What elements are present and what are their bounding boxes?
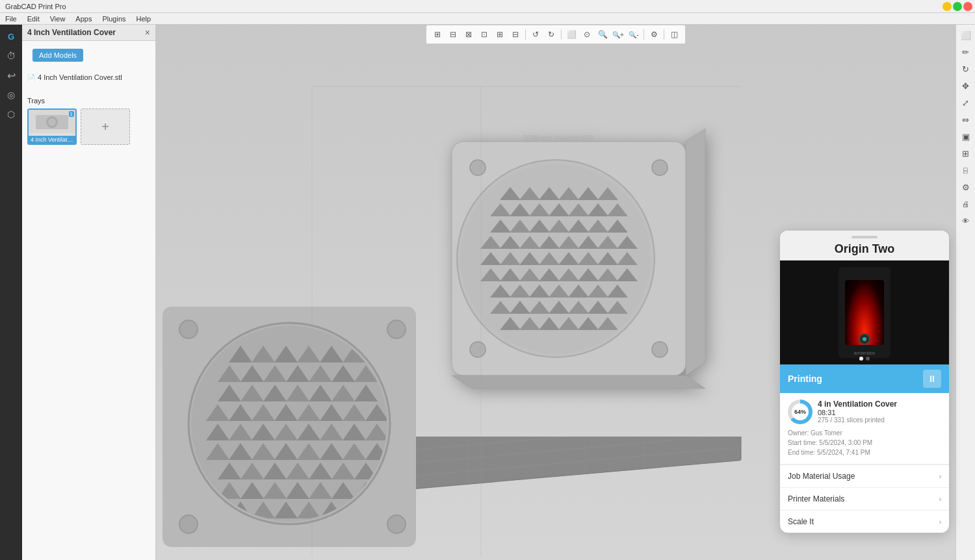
toolbar-zoom-in[interactable]: 🔍+ [611,27,625,42]
r-support-icon[interactable]: ⌸ [958,162,974,178]
r-pencil-icon[interactable]: ✏ [958,44,974,60]
end-label: End time: [788,449,817,456]
r-move-icon[interactable]: ✥ [958,78,974,94]
menu-plugins[interactable]: Plugins [97,15,131,23]
trays-label: Trays [27,97,150,105]
menu-view[interactable]: View [45,15,71,23]
svg-text:50Micron Weather100: 50Micron Weather100 [523,134,593,142]
svg-marker-78 [686,129,705,375]
printer-image: amberlabs [838,267,890,358]
toolbar-snap[interactable]: ⊞ [430,27,445,42]
svg-point-95 [387,320,406,338]
toolbar-redo[interactable]: ↻ [544,27,558,42]
toolbar-sep4 [664,29,664,40]
menu-apps[interactable]: Apps [70,15,97,23]
svg-point-94 [179,320,198,338]
sidebar-logo[interactable]: G [2,27,20,45]
window-controls [942,2,975,11]
carousel-dot-2[interactable] [866,357,870,361]
right-sidebar: ⬜ ✏ ↻ ✥ ⤢ ⇔ ▣ ⊞ ⌸ ⚙ 🖨 👁 [956,25,975,560]
toolbar-align2[interactable]: ⊠ [462,27,476,42]
printer-knob-led [863,337,866,341]
printer-panel: Origin Two amberlabs Printing ⏸ 64% [780,231,949,533]
add-models-button[interactable]: Add Models [32,49,83,62]
owner-value: Gus Tomer [811,429,842,437]
print-time: 08:31 [818,409,941,416]
toolbar-layout[interactable]: ◫ [667,27,681,42]
file-item[interactable]: 📄 4 Inch Ventilation Cover.stl [27,72,150,83]
toolbar-arrange[interactable]: ⊞ [493,27,507,42]
svg-point-96 [179,515,198,533]
file-tree: 📄 4 Inch Ventilation Cover.stl [22,70,155,85]
tray-preview-svg [32,112,72,131]
sidebar-recent[interactable]: ⏱ [2,47,20,65]
toolbar-frame[interactable]: ⬜ [564,27,578,42]
print-job-name: 4 in Ventilation Cover [818,400,941,409]
job-material-label: Job Material Usage [788,472,855,481]
svg-point-4 [470,160,486,175]
r-mirror-icon[interactable]: ⇔ [958,112,974,127]
toolbar-undo[interactable]: ↺ [528,27,543,42]
menu-edit[interactable]: Edit [22,15,45,23]
toolbar-grid[interactable]: ⊟ [446,27,460,42]
maximize-button[interactable] [953,2,962,11]
progress-pct: 64% [794,409,806,415]
titlebar: GrabCAD Print Pro [0,0,975,13]
sidebar-network[interactable]: ◎ [2,86,20,104]
svg-point-97 [387,515,406,533]
svg-point-2 [48,118,56,126]
sidebar-history[interactable]: ↩ [2,66,20,84]
r-scale-icon[interactable]: ⤢ [958,95,974,110]
progress-circle: 64% [788,400,812,424]
start-label: Start time: [788,439,819,446]
menubar: File Edit View Apps Plugins Help [0,13,975,25]
svg-point-6 [470,342,486,357]
carousel-dot-1[interactable] [859,357,863,361]
svg-marker-79 [452,375,705,388]
file-panel: 4 Inch Ventilation Cover × Add Models 📄 … [22,25,156,560]
job-material-section[interactable]: Job Material Usage › [780,465,949,487]
scale-it-label: Scale It [788,517,814,526]
app-title: GrabCAD Print Pro [0,3,942,10]
scale-it-section[interactable]: Scale It › [780,510,949,533]
panel-sections: Job Material Usage › Printer Materials ›… [780,465,949,533]
sidebar-cube[interactable]: ⬡ [2,105,20,123]
print-job-meta: Owner: Gus Tomer Start time: 5/5/2024, 3… [788,428,941,457]
printing-status-text: Printing [788,374,822,384]
menu-file[interactable]: File [0,15,22,23]
toolbar-view[interactable]: ⊟ [508,27,523,42]
pause-icon: ⏸ [928,374,937,384]
pause-button[interactable]: ⏸ [923,370,941,388]
tray-badge: 1 [69,111,74,117]
tray-item[interactable]: 1 4 Inch Ventilation... [27,108,77,145]
menu-help[interactable]: Help [131,15,157,23]
toolbar-sep2 [561,29,562,40]
r-view3d-icon[interactable]: ⬜ [958,27,974,43]
toolbar: ⊞ ⊟ ⊠ ⊡ ⊞ ⊟ ↺ ↻ ⬜ ⊙ 🔍 🔍+ 🔍- ⚙ ◫ [426,25,686,44]
toolbar-zoom[interactable]: 🔍 [595,27,610,42]
r-settings-icon[interactable]: ⚙ [958,179,974,195]
toolbar-fit[interactable]: ⊡ [477,27,491,42]
toolbar-zoom-out[interactable]: 🔍- [627,27,641,42]
r-rotate-icon[interactable]: ↻ [958,61,974,77]
minimize-button[interactable] [942,2,952,11]
tray-add-button[interactable]: + [81,108,130,145]
slices-info: 275 / 331 slices printed [818,416,941,424]
printer-image-carousel[interactable]: amberlabs [780,261,949,364]
printer-materials-section[interactable]: Printer Materials › [780,487,949,510]
toolbar-settings[interactable]: ⚙ [647,27,661,42]
preview-svg [156,294,429,554]
drag-handle[interactable] [852,236,878,238]
panel-close-button[interactable]: × [145,27,150,38]
r-printer-icon[interactable]: 🖨 [958,196,974,212]
toolbar-circle[interactable]: ⊙ [580,27,594,42]
job-material-chevron: › [939,473,941,480]
close-button[interactable] [963,2,972,11]
r-align-icon[interactable]: ⊞ [958,146,974,161]
owner-info: Owner: Gus Tomer [788,428,941,438]
start-time-value: 5/5/2024, 3:00 PM [819,439,872,446]
panel-header: 4 Inch Ventilation Cover × [22,25,155,41]
svg-point-5 [652,160,668,175]
r-group-icon[interactable]: ▣ [958,129,974,144]
r-eye-icon[interactable]: 👁 [958,213,974,229]
